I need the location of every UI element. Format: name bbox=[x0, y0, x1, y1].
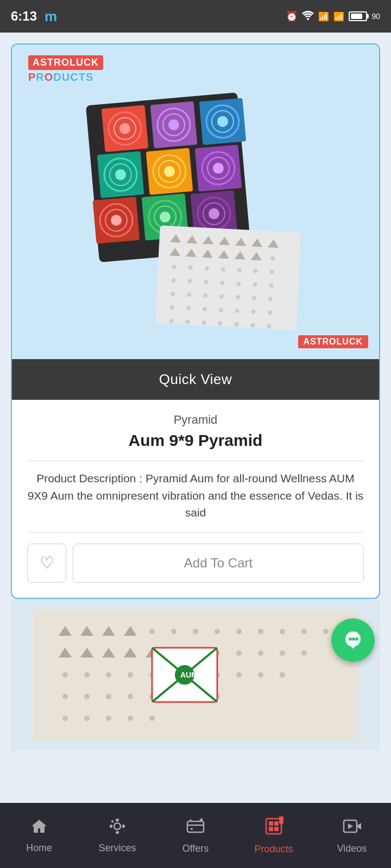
signal-icon: 📶 bbox=[318, 11, 329, 22]
nav-item-offers[interactable]: Offers bbox=[156, 817, 235, 854]
status-icons: ⏰ 📶 📶 90 bbox=[286, 10, 380, 23]
svg-point-136 bbox=[236, 672, 242, 678]
home-icon bbox=[30, 818, 48, 839]
svg-point-150 bbox=[128, 716, 133, 721]
svg-rect-189 bbox=[279, 816, 283, 823]
svg-marker-193 bbox=[348, 824, 353, 829]
svg-point-125 bbox=[258, 650, 263, 656]
product-card: ASTROLUCK PRODUCTS bbox=[11, 43, 380, 599]
svg-point-109 bbox=[193, 629, 198, 634]
svg-rect-173 bbox=[116, 831, 119, 834]
divider-bottom bbox=[27, 532, 364, 533]
quick-view-button[interactable]: Quick View bbox=[12, 359, 379, 400]
svg-point-140 bbox=[84, 694, 90, 699]
nav-label-offers: Offers bbox=[182, 843, 209, 854]
svg-point-148 bbox=[84, 716, 90, 721]
nav-item-services[interactable]: Services bbox=[78, 818, 156, 854]
videos-icon bbox=[343, 817, 361, 840]
svg-point-113 bbox=[280, 629, 285, 634]
svg-rect-184 bbox=[266, 819, 281, 834]
product-image bbox=[60, 77, 331, 337]
brand-logo-top: ASTROLUCK PRODUCTS bbox=[28, 55, 103, 84]
svg-marker-190 bbox=[279, 823, 283, 826]
product-description: Product Description : Pyramid Aum for al… bbox=[27, 470, 364, 521]
wifi-icon bbox=[302, 10, 314, 23]
svg-point-128 bbox=[62, 672, 68, 678]
svg-point-112 bbox=[258, 629, 263, 634]
svg-point-168 bbox=[352, 637, 355, 641]
svg-point-131 bbox=[128, 672, 133, 678]
app-logo: m bbox=[45, 8, 57, 25]
svg-point-142 bbox=[128, 694, 133, 699]
second-product-image: AUM bbox=[11, 599, 380, 751]
action-buttons: ♡ Add To Cart bbox=[27, 544, 364, 583]
product-info: Pyramid Aum 9*9 Pyramid Product Descript… bbox=[12, 400, 379, 598]
brand-watermark: ASTROLUCK bbox=[298, 335, 368, 348]
chat-fab-button[interactable] bbox=[331, 618, 375, 662]
svg-point-0 bbox=[307, 18, 309, 20]
bottom-navigation: Home Services bbox=[0, 803, 391, 868]
chat-icon bbox=[342, 629, 364, 651]
nav-label-home: Home bbox=[26, 843, 52, 854]
battery-icon bbox=[349, 11, 367, 21]
offers-icon bbox=[186, 817, 205, 840]
svg-point-139 bbox=[62, 694, 68, 699]
product-category: Pyramid bbox=[27, 413, 364, 427]
svg-point-151 bbox=[149, 716, 155, 721]
brand-products: PRODUCTS bbox=[28, 71, 103, 84]
svg-point-108 bbox=[171, 629, 176, 634]
time-display: 6:13 bbox=[11, 9, 37, 24]
status-bar: 6:13 m ⏰ 📶 📶 90 bbox=[0, 0, 391, 33]
svg-point-110 bbox=[215, 629, 220, 634]
nav-label-products: Products bbox=[254, 844, 293, 855]
product-image-container: ASTROLUCK PRODUCTS bbox=[12, 44, 379, 359]
svg-rect-175 bbox=[122, 825, 125, 828]
svg-point-126 bbox=[280, 650, 285, 656]
signal2-icon: 📶 bbox=[333, 11, 344, 22]
svg-point-138 bbox=[280, 672, 285, 678]
brand-name: ASTROLUCK bbox=[28, 55, 103, 70]
svg-point-171 bbox=[114, 823, 121, 829]
services-icon bbox=[109, 818, 126, 839]
svg-text:AUM: AUM bbox=[180, 671, 198, 679]
add-to-cart-button[interactable]: Add To Cart bbox=[73, 544, 364, 583]
svg-point-147 bbox=[62, 716, 68, 721]
svg-rect-174 bbox=[110, 825, 112, 828]
svg-point-130 bbox=[106, 672, 111, 678]
svg-rect-177 bbox=[187, 821, 204, 832]
svg-point-107 bbox=[149, 629, 155, 634]
nav-item-products[interactable]: Products bbox=[235, 816, 313, 855]
svg-point-115 bbox=[323, 629, 329, 634]
svg-point-141 bbox=[106, 694, 111, 699]
svg-point-169 bbox=[355, 637, 358, 641]
svg-point-124 bbox=[236, 650, 242, 656]
svg-rect-186 bbox=[274, 821, 279, 826]
svg-point-137 bbox=[258, 672, 263, 678]
alarm-icon: ⏰ bbox=[286, 10, 298, 22]
svg-point-111 bbox=[236, 629, 242, 634]
svg-rect-185 bbox=[269, 821, 273, 826]
nav-label-services: Services bbox=[98, 843, 136, 854]
battery-level: 90 bbox=[371, 12, 380, 21]
product-title: Aum 9*9 Pyramid bbox=[27, 431, 364, 450]
divider-top bbox=[27, 461, 364, 461]
nav-item-home[interactable]: Home bbox=[0, 818, 78, 854]
products-icon bbox=[264, 816, 283, 840]
heart-icon: ♡ bbox=[40, 553, 54, 572]
second-product-svg: AUM bbox=[11, 599, 380, 751]
svg-point-179 bbox=[191, 828, 193, 830]
svg-rect-188 bbox=[274, 827, 279, 831]
wishlist-button[interactable]: ♡ bbox=[27, 544, 66, 583]
nav-label-videos: Videos bbox=[337, 843, 367, 854]
svg-rect-187 bbox=[269, 827, 273, 831]
second-product-partial: AUM bbox=[11, 599, 380, 751]
nav-item-videos[interactable]: Videos bbox=[313, 817, 391, 854]
svg-rect-172 bbox=[116, 819, 119, 821]
svg-point-149 bbox=[106, 716, 111, 721]
svg-point-114 bbox=[301, 629, 307, 634]
svg-point-129 bbox=[84, 672, 90, 678]
svg-point-127 bbox=[301, 650, 307, 656]
svg-point-167 bbox=[349, 637, 352, 641]
svg-marker-170 bbox=[350, 644, 356, 649]
svg-rect-176 bbox=[111, 820, 114, 823]
